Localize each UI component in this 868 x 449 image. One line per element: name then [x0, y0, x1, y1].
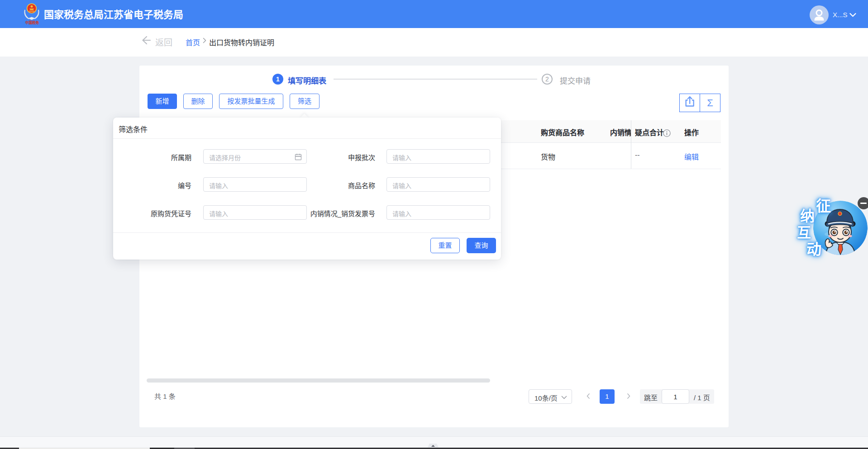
- svg-text:中国税务: 中国税务: [25, 20, 39, 25]
